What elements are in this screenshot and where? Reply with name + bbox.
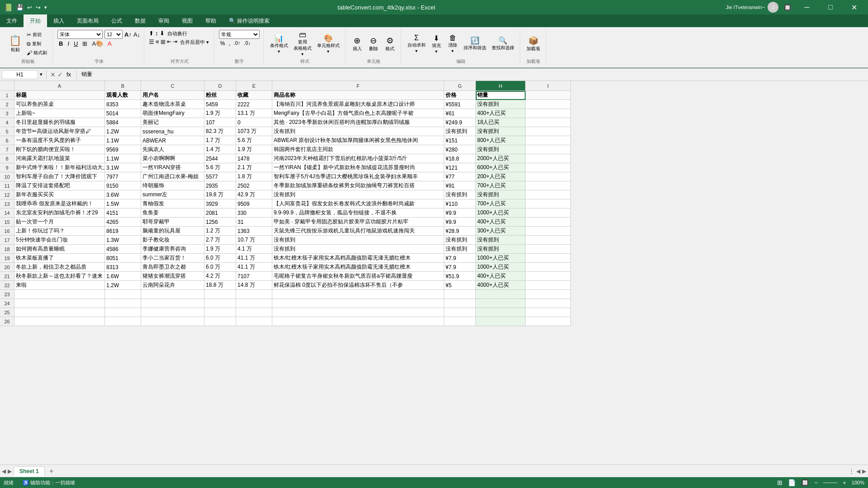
list-item[interactable]: 2.7 万 xyxy=(204,236,236,245)
list-item[interactable]: MengFairy【古早小白花】方领气质白色上衣高腰呢子半裙 xyxy=(272,109,444,118)
list-item[interactable]: 智利车厘子5斤4J当季进口大樱桃黑珍珠礼盒装孕妇水果顺丰 xyxy=(272,172,444,181)
list-item[interactable] xyxy=(272,290,444,299)
col-header-b[interactable]: B xyxy=(105,81,141,91)
list-item[interactable]: 6000+人已买 xyxy=(476,163,526,172)
list-item[interactable]: 5884 xyxy=(105,118,141,127)
list-item[interactable]: 东北室友安利的加绒毛巾裤！才29 xyxy=(14,208,105,218)
copy-button[interactable]: ⧉ 复制 xyxy=(25,40,49,48)
list-item[interactable]: 1478 xyxy=(236,154,272,163)
list-item[interactable]: 1.9 万 xyxy=(204,109,236,118)
list-item[interactable]: 4000+人已买 xyxy=(476,281,526,290)
minimize-button[interactable]: ─ xyxy=(797,0,817,14)
list-item[interactable]: 400+人已买 xyxy=(476,109,526,118)
list-item[interactable]: ¥9.9 xyxy=(444,218,476,227)
list-item[interactable] xyxy=(526,91,571,100)
list-item[interactable]: 【人间富贵花】假发女款长卷发韩式大波浪外翻卷时尚减龄 xyxy=(272,199,444,208)
list-item[interactable]: 没有抓到 xyxy=(476,236,526,245)
list-item[interactable]: 河南露天霜打趴地菠菜 xyxy=(14,154,105,163)
zoom-out-btn[interactable]: − xyxy=(814,479,818,486)
list-item[interactable] xyxy=(236,317,272,326)
list-item[interactable]: 2935 xyxy=(204,181,236,190)
list-item[interactable]: 没有抓到 xyxy=(476,145,526,154)
list-item[interactable]: 41.1 万 xyxy=(236,263,272,272)
list-item[interactable]: 7107 xyxy=(236,272,272,281)
col-header-h[interactable]: H xyxy=(476,81,526,91)
list-item[interactable] xyxy=(526,272,571,281)
list-item[interactable]: 秋冬新款上新～这也太好看了？速来 xyxy=(14,272,105,281)
tab-view[interactable]: 视图 xyxy=(175,14,199,27)
format-painter-button[interactable]: 🖌 格式刷 xyxy=(25,49,49,57)
list-item[interactable]: 1.4 万 xyxy=(204,145,236,154)
formula-input[interactable] xyxy=(81,71,866,79)
list-item[interactable]: 贴一次管一个月 xyxy=(14,218,105,227)
list-item[interactable]: 41.1 万 xyxy=(236,254,272,263)
col-header-a[interactable]: A xyxy=(14,81,105,91)
list-item[interactable]: 收藏 xyxy=(236,91,272,100)
list-item[interactable]: 4151 xyxy=(105,208,141,218)
align-right-button[interactable]: ⊞ xyxy=(161,38,166,46)
list-item[interactable]: ¥249.9 xyxy=(444,118,476,127)
list-item[interactable]: 2.1 万 xyxy=(236,163,272,172)
scroll-left-btn[interactable]: ◀ xyxy=(2,468,6,474)
list-item[interactable]: 冬日里超显腿长的羽绒服 xyxy=(14,118,105,127)
list-item[interactable]: 美丽记 xyxy=(141,118,204,127)
list-item[interactable]: 猪猪女裤潮流穿搭 xyxy=(141,272,204,281)
list-item[interactable]: 趣木造物流水茶桌 xyxy=(141,100,204,109)
col-header-g[interactable]: G xyxy=(444,81,476,91)
list-item[interactable]: 3.6W xyxy=(105,190,141,199)
list-item[interactable] xyxy=(476,308,526,317)
list-item[interactable]: 6.0 万 xyxy=(204,263,236,272)
list-item[interactable]: 13.1 万 xyxy=(236,109,272,118)
merge-center-button[interactable]: 合并后居中 ▾ xyxy=(179,38,210,46)
view-normal-btn[interactable]: ⊞ xyxy=(777,479,783,486)
list-item[interactable]: 8051 xyxy=(105,254,141,263)
tab-help[interactable]: 帮助 xyxy=(199,14,223,27)
align-middle-button[interactable]: ↕ xyxy=(155,30,158,38)
list-item[interactable]: ¥28.9 xyxy=(444,227,476,236)
list-item[interactable]: 4586 xyxy=(105,245,141,254)
list-item[interactable]: 没有抓到 xyxy=(476,190,526,199)
list-item[interactable]: 萌面侠MengFairy xyxy=(141,109,204,118)
list-item[interactable] xyxy=(526,127,571,136)
list-item[interactable] xyxy=(526,199,571,208)
decrease-decimal-button[interactable]: .0↓ xyxy=(242,40,252,47)
list-item[interactable] xyxy=(526,281,571,290)
cut-button[interactable]: ✂ 剪切 xyxy=(25,31,49,39)
cell-reference-input[interactable] xyxy=(2,70,38,79)
list-item[interactable]: 400+人已买 xyxy=(476,272,526,281)
list-item[interactable]: 一条有温度不失风度的裤子 xyxy=(14,136,105,145)
list-item[interactable] xyxy=(526,227,571,236)
align-top-button[interactable]: ⬆ xyxy=(149,30,154,38)
view-preview-btn[interactable]: 🔲 xyxy=(801,479,809,486)
list-item[interactable]: 刚下炕的腊肉便宜买啦！ xyxy=(14,145,105,154)
list-item[interactable] xyxy=(14,317,105,326)
list-item[interactable]: 14.8 万 xyxy=(236,281,272,290)
list-item[interactable] xyxy=(444,290,476,299)
list-item[interactable]: 粉丝 xyxy=(204,91,236,100)
list-item[interactable]: 200+人已买 xyxy=(476,172,526,181)
list-item[interactable]: 没有抓到 xyxy=(476,245,526,254)
list-item[interactable]: 如何拥有高质量睡眠 xyxy=(14,245,105,254)
list-item[interactable] xyxy=(526,308,571,317)
list-item[interactable]: 5.6 万 xyxy=(236,136,272,145)
list-item[interactable]: 1.2W xyxy=(105,281,141,290)
conditional-format-button[interactable]: 📊 条件格式 ▾ xyxy=(268,33,290,55)
name-box-dropdown[interactable]: ▾ xyxy=(40,71,43,77)
list-item[interactable] xyxy=(204,290,236,299)
increase-font-icon[interactable]: A↑ xyxy=(124,31,132,38)
list-item[interactable]: summer左 xyxy=(141,190,204,199)
list-item[interactable]: 5459 xyxy=(204,100,236,109)
list-item[interactable]: 31 xyxy=(236,218,272,227)
list-item[interactable]: 韩国两件套打底店主同款 xyxy=(272,145,444,154)
list-item[interactable]: 9509 xyxy=(236,199,272,208)
list-item[interactable] xyxy=(105,317,141,326)
list-item[interactable] xyxy=(476,317,526,326)
list-item[interactable]: 其他 · 2023冬季新款休闲百搭时尚连帽加厚白鹅绒羽绒服 xyxy=(272,118,444,127)
list-item[interactable] xyxy=(526,136,571,145)
list-item[interactable]: 1363 xyxy=(236,227,272,236)
list-item[interactable] xyxy=(141,308,204,317)
list-item[interactable]: ¥110 xyxy=(444,199,476,208)
list-item[interactable]: 1.5W xyxy=(105,199,141,208)
list-item[interactable]: ¥121 xyxy=(444,163,476,172)
list-item[interactable]: 菜小农啊啊啊 xyxy=(141,154,204,163)
